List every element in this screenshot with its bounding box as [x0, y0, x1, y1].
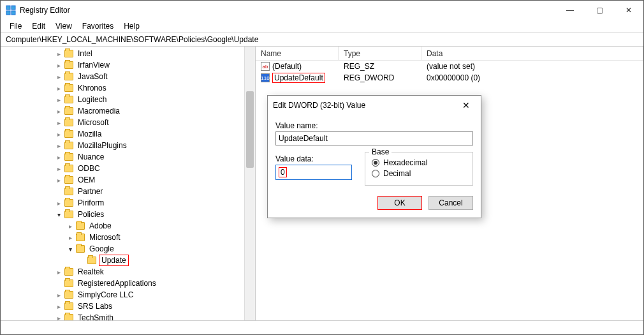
chevron-right-icon[interactable] [54, 107, 63, 115]
chevron-right-icon[interactable] [54, 267, 63, 276]
chevron-right-icon[interactable] [54, 164, 63, 173]
base-legend: Base [369, 147, 392, 156]
chevron-down-icon[interactable] [66, 244, 75, 253]
chevron-right-icon[interactable] [54, 84, 63, 93]
value-data-field[interactable]: 0 [275, 165, 352, 180]
value-name-label: Value name: [275, 121, 473, 130]
tree-node-label: Nuance [76, 152, 106, 162]
titlebar[interactable]: Registry Editor — ▢ ✕ [1, 1, 643, 20]
menu-edit[interactable]: Edit [28, 20, 49, 32]
chevron-down-icon[interactable] [54, 210, 63, 219]
svg-rect-1 [11, 6, 15, 10]
ok-button[interactable]: OK [377, 196, 422, 210]
tree-node[interactable]: Khronos [1, 82, 255, 94]
menu-help[interactable]: Help [120, 20, 143, 32]
chevron-right-icon[interactable] [54, 130, 63, 138]
address-bar[interactable]: Computer\HKEY_LOCAL_MACHINE\SOFTWARE\Pol… [1, 33, 643, 47]
registry-editor-icon [6, 5, 16, 15]
folder-icon [64, 302, 73, 310]
tree-node[interactable]: MozillaPlugins [1, 140, 255, 151]
value-name-cell: UpdateDefault [272, 73, 325, 83]
menu-favorites[interactable]: Favorites [78, 20, 117, 32]
chevron-right-icon[interactable] [54, 72, 63, 81]
tree-node[interactable]: Realtek [1, 266, 255, 278]
tree-node-label: Intel [76, 48, 94, 59]
chevron-right-icon[interactable] [54, 141, 63, 150]
scrollbar-thumb[interactable] [246, 91, 254, 168]
tree-node[interactable]: Update [1, 255, 255, 266]
list-row[interactable]: ab(Default)REG_SZ(value not set) [256, 61, 643, 72]
chevron-right-icon[interactable] [66, 233, 75, 242]
tree-node[interactable]: ODBC [1, 163, 255, 174]
tree-node-label: MozillaPlugins [76, 140, 129, 151]
chevron-right-icon[interactable] [54, 175, 63, 184]
value-type-cell: REG_SZ [339, 62, 421, 71]
tree-node-label: Realtek [76, 267, 106, 277]
minimize-button[interactable]: — [555, 1, 585, 20]
tree-node[interactable]: Piriform [1, 197, 255, 209]
tree-node-label: JavaSoft [76, 71, 110, 82]
tree-node[interactable]: RegisteredApplications [1, 278, 255, 289]
tree-node-label: Adobe [87, 221, 113, 231]
maximize-button[interactable]: ▢ [585, 1, 614, 20]
dialog-close-button[interactable]: ✕ [457, 96, 476, 115]
chevron-right-icon[interactable] [54, 153, 63, 161]
tree-node[interactable]: Google [1, 243, 255, 255]
cancel-button[interactable]: Cancel [428, 196, 473, 210]
tree-node[interactable]: SRS Labs [1, 301, 255, 312]
tree-node[interactable]: Partner [1, 186, 255, 197]
tree-node[interactable]: SimplyCore LLC [1, 289, 255, 301]
folder-icon [76, 222, 85, 230]
tree-node-label: OEM [76, 175, 97, 185]
tree-node[interactable]: OEM [1, 174, 255, 186]
value-name-field[interactable] [275, 131, 473, 145]
col-data[interactable]: Data [421, 47, 643, 60]
tree-node[interactable]: Macromedia [1, 105, 255, 117]
svg-rect-0 [6, 6, 10, 10]
chevron-right-icon[interactable] [54, 302, 63, 311]
menu-file[interactable]: File [6, 20, 26, 32]
address-path[interactable]: Computer\HKEY_LOCAL_MACHINE\SOFTWARE\Pol… [3, 34, 641, 45]
tree-node[interactable]: IrfanView [1, 59, 255, 71]
tree-node-label: SimplyCore LLC [76, 290, 135, 300]
radio-dec-label: Decimal [383, 169, 411, 178]
tree-node-label: Piriform [76, 198, 106, 208]
chevron-right-icon[interactable] [54, 118, 63, 127]
tree-node[interactable]: JavaSoft [1, 71, 255, 82]
chevron-right-icon[interactable] [54, 290, 63, 299]
radio-hexadecimal[interactable]: Hexadecimal [372, 158, 466, 167]
radio-decimal[interactable]: Decimal [372, 169, 466, 178]
tree-node[interactable]: Mozilla [1, 128, 255, 140]
chevron-right-icon[interactable] [54, 95, 63, 104]
radio-dot-icon [372, 170, 379, 177]
close-button[interactable]: ✕ [614, 1, 643, 20]
col-name[interactable]: Name [256, 47, 339, 60]
expander-none [54, 279, 63, 288]
chevron-right-icon[interactable] [66, 221, 75, 230]
list-row[interactable]: 110UpdateDefaultREG_DWORD0x00000000 (0) [256, 72, 643, 84]
tree-node[interactable]: Policies [1, 209, 255, 220]
folder-icon [64, 130, 73, 138]
tree-node[interactable]: Intel [1, 48, 255, 59]
dialog-titlebar[interactable]: Edit DWORD (32-bit) Value ✕ [268, 96, 481, 115]
chevron-right-icon[interactable] [54, 61, 63, 70]
registry-editor-window: Registry Editor — ▢ ✕ File Edit View Fav… [0, 0, 644, 335]
tree-node[interactable]: Microsoft [1, 117, 255, 128]
chevron-right-icon[interactable] [54, 49, 63, 58]
tree-node[interactable]: Logitech [1, 94, 255, 105]
menu-view[interactable]: View [52, 20, 76, 32]
tree-pane[interactable]: IntelIrfanViewJavaSoftKhronosLogitechMac… [1, 47, 256, 320]
expander-none [54, 187, 63, 196]
col-type[interactable]: Type [339, 47, 421, 60]
tree-node[interactable]: TechSmith [1, 312, 255, 320]
value-data-value: 0 [279, 167, 287, 177]
tree-node[interactable]: Microsoft [1, 232, 255, 243]
chevron-right-icon[interactable] [54, 198, 63, 207]
tree-node[interactable]: Adobe [1, 220, 255, 232]
tree-node-label: Microsoft [76, 117, 111, 128]
tree-scrollbar[interactable] [244, 47, 255, 320]
chevron-right-icon[interactable] [54, 313, 63, 320]
tree-node-label: SRS Labs [76, 301, 114, 311]
list-header[interactable]: Name Type Data [256, 47, 643, 61]
tree-node[interactable]: Nuance [1, 151, 255, 163]
